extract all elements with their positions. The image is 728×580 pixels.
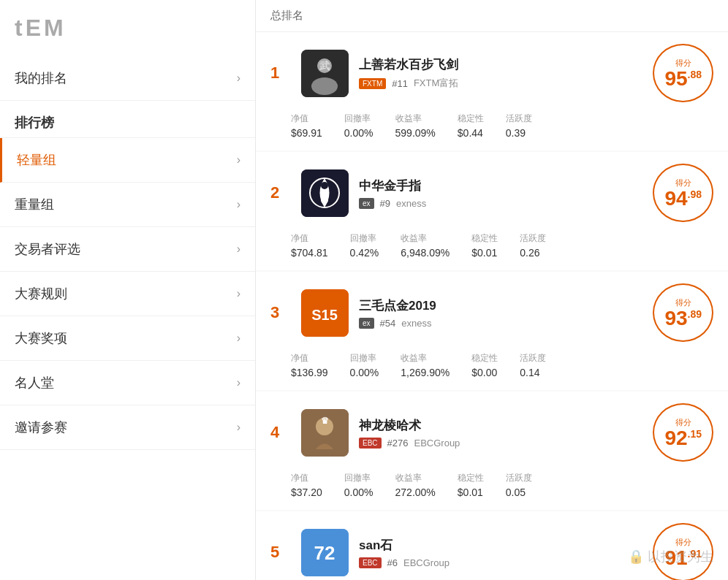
rank-entry-4[interactable]: 4 ♛ 神龙棱哈术 EBC #276 EBCGroup 得: [256, 392, 728, 510]
sidebar-item-prizes[interactable]: 大赛奖项 ›: [0, 316, 255, 361]
stat-stability-4: 稳定性 $0.01: [458, 472, 484, 498]
rank-info-2: 中华金手指 ex #9 exness: [359, 178, 653, 209]
broker-name-5: EBCGroup: [403, 557, 450, 568]
invite-label: 邀请参赛: [15, 419, 67, 436]
score-value-3: 93.89: [664, 308, 702, 329]
rank-name-1: 上善若水百步飞剑: [359, 56, 653, 73]
sidebar-item-heavy-group[interactable]: 重量组 ›: [0, 183, 255, 227]
rank-meta-3: ex #54 exness: [359, 318, 653, 329]
rank-entry-5[interactable]: 5 72 san石 EBC #6 EBCGroup 得分: [256, 511, 728, 580]
svg-text:♛: ♛: [321, 416, 329, 426]
avatar-1: 武: [301, 50, 349, 97]
stat-return-3: 收益率 1,269.90%: [401, 352, 450, 378]
score-wrapper-1: 得分 95.88: [653, 44, 713, 102]
sidebar: tEM 我的排名 › 排行榜 轻量组 › 重量组 › 交易者评选 › 大赛规则 …: [0, 0, 256, 580]
svg-point-2: [311, 77, 338, 95]
rank-meta-1: FXTM #11 FXTM富拓: [359, 77, 653, 90]
stat-activity-2: 活跃度 0.26: [520, 232, 546, 259]
rank-entry-2[interactable]: 2 中华金手指 ex #9 exness: [256, 152, 728, 270]
leaderboard-section-title: 排行榜: [0, 101, 255, 138]
broker-num-1: #11: [392, 78, 408, 89]
chevron-icon-prizes: ›: [237, 332, 240, 345]
broker-num-3: #54: [380, 318, 396, 329]
rank-meta-4: EBC #276 EBCGroup: [359, 438, 653, 449]
rank-name-5: san石: [359, 537, 653, 554]
score-wrapper-5: 得分 91.91: [653, 523, 713, 580]
trader-select-label: 交易者评选: [15, 240, 80, 258]
rank-meta-5: EBC #6 EBCGroup: [359, 557, 653, 568]
stat-stability-1: 稳定性 $0.44: [458, 112, 484, 139]
stat-net-value-4: 净值 $37.20: [291, 472, 322, 498]
score-wrapper-3: 得分 93.89: [653, 283, 713, 342]
broker-logo-2: ex: [359, 198, 374, 209]
chevron-icon-hall: ›: [237, 376, 240, 389]
rank-entry-3[interactable]: 3 S15 三毛点金2019 ex #54 exness 得分: [256, 272, 728, 390]
sidebar-item-light-group[interactable]: 轻量组 ›: [0, 138, 255, 183]
rank-stats-4: 净值 $37.20 回撤率 0.00% 收益率 272.00% 稳定性 $0.0…: [270, 472, 713, 498]
avatar-2: [301, 169, 349, 217]
stat-activity-1: 活跃度 0.39: [506, 112, 532, 139]
svg-text:72: 72: [314, 542, 335, 564]
stat-return-2: 收益率 6,948.09%: [401, 232, 450, 259]
rank-stats-3: 净值 $136.99 回撤率 0.00% 收益率 1,269.90% 稳定性 $…: [270, 352, 713, 378]
svg-text:S15: S15: [311, 307, 338, 323]
avatar-5: 72: [301, 529, 349, 576]
heavy-group-label: 重量组: [15, 196, 54, 213]
broker-logo-3: ex: [359, 318, 374, 329]
rank-number-4: 4: [270, 423, 291, 442]
broker-logo-1: FXTM: [359, 78, 386, 89]
svg-point-6: [321, 182, 328, 189]
broker-name-1: FXTM富拓: [414, 77, 458, 90]
stat-return-4: 收益率 272.00%: [395, 472, 436, 498]
sidebar-item-invite[interactable]: 邀请参赛 ›: [0, 405, 255, 450]
chevron-icon-invite: ›: [237, 421, 240, 434]
rank-name-3: 三毛点金2019: [359, 297, 653, 314]
broker-logo-4: EBC: [359, 438, 382, 449]
rank-entry-1[interactable]: 1 武 上善若水百步飞剑 FXTM #11 FXTM富拓: [256, 32, 728, 150]
watermark-text: tEM: [0, 0, 255, 56]
broker-name-3: exness: [401, 318, 431, 329]
stat-stability-3: 稳定性 $0.00: [471, 352, 498, 378]
broker-logo-5: EBC: [359, 557, 382, 568]
broker-name-4: EBCGroup: [414, 438, 460, 449]
rank-number-1: 1: [270, 64, 291, 83]
stat-net-value-2: 净值 $704.81: [291, 232, 328, 259]
stat-stability-2: 稳定性 $0.01: [471, 232, 498, 259]
main-header: 总排名: [256, 0, 728, 32]
score-bubble-4: 得分 92.15: [653, 403, 713, 462]
chevron-icon-trader: ›: [237, 243, 240, 256]
stat-activity-4: 活跃度 0.05: [506, 472, 532, 498]
score-bubble-1: 得分 95.88: [653, 44, 713, 102]
score-value-1: 95.88: [664, 69, 702, 89]
score-bubble-2: 得分 94.98: [653, 164, 713, 222]
rank-number-5: 5: [270, 543, 291, 562]
stat-drawdown-4: 回撤率 0.00%: [344, 472, 374, 498]
svg-point-7: [321, 196, 328, 204]
sidebar-item-rules[interactable]: 大赛规则 ›: [0, 272, 255, 316]
avatar-3: S15: [301, 289, 349, 337]
sidebar-item-trader-select[interactable]: 交易者评选 ›: [0, 227, 255, 272]
hall-label: 名人堂: [15, 374, 54, 392]
light-group-label: 轻量组: [17, 151, 56, 169]
sidebar-item-my-rank[interactable]: 我的排名 ›: [0, 56, 255, 101]
score-value-4: 92.15: [664, 428, 702, 449]
rank-info-1: 上善若水百步飞剑 FXTM #11 FXTM富拓: [359, 56, 653, 90]
chevron-icon-heavy-group: ›: [237, 198, 240, 211]
stat-drawdown-3: 回撤率 0.00%: [350, 352, 379, 378]
score-value-5: 91.91: [664, 548, 702, 568]
score-value-2: 94.98: [664, 188, 702, 209]
rank-info-4: 神龙棱哈术 EBC #276 EBCGroup: [359, 417, 653, 449]
stat-net-value-3: 净值 $136.99: [291, 352, 328, 378]
broker-num-5: #6: [387, 557, 398, 568]
stat-drawdown-2: 回撤率 0.42%: [350, 232, 379, 259]
sidebar-item-hall-of-fame[interactable]: 名人堂 ›: [0, 361, 255, 405]
broker-num-4: #276: [387, 438, 409, 449]
rules-label: 大赛规则: [15, 285, 67, 302]
avatar-4: ♛: [301, 409, 349, 457]
svg-text:武: 武: [319, 60, 330, 72]
rank-info-5: san石 EBC #6 EBCGroup: [359, 537, 653, 568]
rank-number-2: 2: [270, 183, 291, 202]
my-rank-label: 我的排名: [15, 69, 67, 87]
stat-net-value-1: 净值 $69.91: [291, 112, 322, 139]
score-wrapper-2: 得分 94.98: [653, 164, 713, 222]
